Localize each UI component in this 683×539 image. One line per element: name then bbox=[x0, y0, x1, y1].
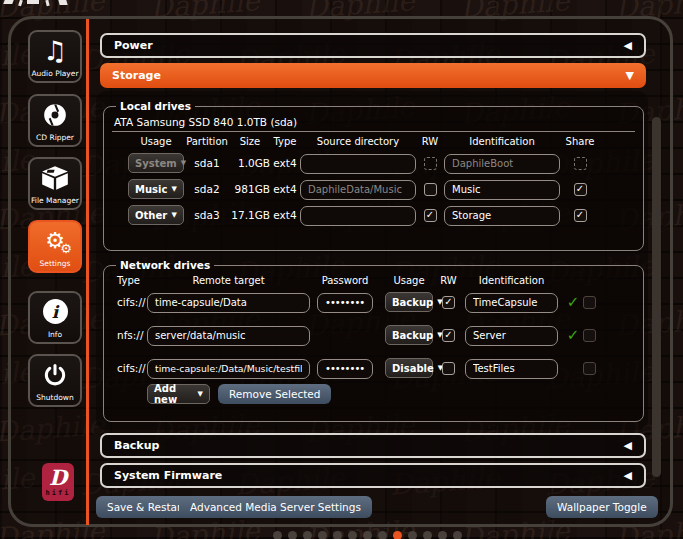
remote-target-input[interactable] bbox=[147, 293, 310, 313]
accordion-backup[interactable]: Backup ◀ bbox=[100, 433, 646, 458]
sidebar-item-label: Settings bbox=[40, 259, 71, 268]
local-drive-row: System▼ sda1 1.0GB ext4 bbox=[112, 153, 635, 173]
remote-target-input[interactable] bbox=[147, 326, 310, 346]
pager-dot[interactable] bbox=[408, 531, 417, 539]
pager-dot[interactable] bbox=[333, 531, 342, 539]
identification-input[interactable] bbox=[465, 359, 558, 379]
accordion-storage[interactable]: Storage ▼ bbox=[100, 63, 646, 88]
pager-dot[interactable] bbox=[288, 531, 297, 539]
size-value: 981GB bbox=[230, 183, 270, 195]
chevron-down-icon: ▼ bbox=[626, 70, 634, 81]
select-row-checkbox[interactable] bbox=[583, 362, 596, 375]
scrollbar-thumb[interactable] bbox=[652, 117, 661, 477]
box-icon bbox=[41, 159, 69, 196]
col-rw: RW bbox=[416, 136, 444, 147]
identification-input[interactable] bbox=[465, 293, 558, 313]
password-input[interactable] bbox=[317, 293, 373, 313]
col-rw: RW bbox=[442, 275, 455, 286]
network-drive-row: nfs:// Backup▼ ✓ ✓ bbox=[112, 325, 635, 345]
col-source-directory: Source directory bbox=[300, 136, 416, 147]
select-row-checkbox[interactable] bbox=[583, 329, 596, 342]
pager-dot[interactable] bbox=[393, 531, 402, 539]
identification-input[interactable] bbox=[465, 326, 558, 346]
sidebar-item-cd-ripper[interactable]: CD Ripper bbox=[28, 94, 82, 147]
advanced-media-server-settings-button[interactable]: Advanced Media Server Settings bbox=[179, 496, 372, 518]
pager-dots[interactable] bbox=[273, 531, 462, 539]
sidebar-item-settings[interactable]: ⚙ ⚙ Settings bbox=[28, 220, 82, 273]
rw-checkbox[interactable] bbox=[424, 157, 437, 170]
sidebar-item-label: File Manager bbox=[31, 196, 79, 205]
pager-dot[interactable] bbox=[318, 531, 327, 539]
rw-checkbox[interactable]: ✓ bbox=[442, 296, 455, 309]
device-title: ATA Samsung SSD 840 1.0TB (sda) bbox=[114, 116, 633, 128]
accordion-label: System Firmware bbox=[114, 469, 222, 482]
protocol-value: cifs:// bbox=[117, 362, 147, 374]
pager-dot[interactable] bbox=[348, 531, 357, 539]
usage-select[interactable]: System▼ bbox=[128, 153, 184, 173]
sidebar-item-audio-player[interactable]: ♫ Audio Player bbox=[28, 30, 82, 83]
pager-dot[interactable] bbox=[273, 531, 282, 539]
share-checkbox[interactable]: ✓ bbox=[574, 183, 587, 196]
network-drive-row: cifs:// Backup▼ ✓ ✓ bbox=[112, 292, 635, 312]
wallpaper-toggle-button[interactable]: Wallpaper Toggle bbox=[546, 496, 658, 518]
pager-dot[interactable] bbox=[363, 531, 372, 539]
remote-target-input[interactable] bbox=[147, 359, 310, 379]
rw-checkbox[interactable]: ✓ bbox=[424, 209, 437, 222]
pager-dot[interactable] bbox=[378, 531, 387, 539]
accordion-system-firmware[interactable]: System Firmware ◀ bbox=[100, 463, 646, 488]
chevron-left-icon: ◀ bbox=[624, 40, 632, 51]
sidebar-item-label: CD Ripper bbox=[36, 133, 74, 142]
pager-dot[interactable] bbox=[303, 531, 312, 539]
network-drives-group: Network drives Type Remote target Passwo… bbox=[103, 259, 644, 422]
size-value: 1.0GB bbox=[230, 157, 270, 169]
col-identification: Identification bbox=[444, 136, 560, 147]
local-drives-group: Local drives ATA Samsung SSD 840 1.0TB (… bbox=[103, 100, 644, 251]
col-identification: Identification bbox=[465, 275, 558, 286]
usage-select[interactable]: Backup▼ bbox=[385, 325, 433, 345]
local-drive-row: Other▼ sda3 17.1GB ext4 ✓ ✓ bbox=[112, 205, 635, 225]
partition-value: sda3 bbox=[184, 209, 230, 221]
select-row-checkbox[interactable] bbox=[583, 296, 596, 309]
protocol-value: nfs:// bbox=[117, 329, 147, 341]
chevron-down-icon: ▼ bbox=[172, 211, 177, 219]
share-checkbox[interactable]: ✓ bbox=[574, 209, 587, 222]
sidebar-item-file-manager[interactable]: File Manager bbox=[28, 157, 82, 210]
power-icon bbox=[42, 356, 68, 393]
usage-select[interactable]: Disable▼ bbox=[385, 358, 433, 378]
network-drives-legend: Network drives bbox=[116, 259, 214, 271]
usage-select[interactable]: Backup▼ bbox=[385, 292, 433, 312]
chevron-down-icon: ▼ bbox=[172, 185, 177, 193]
source-directory-input[interactable] bbox=[300, 180, 416, 200]
sidebar-item-shutdown[interactable]: Shutdown bbox=[28, 354, 82, 407]
pager-dot[interactable] bbox=[438, 531, 447, 539]
sidebar-item-label: Shutdown bbox=[36, 393, 73, 402]
identification-input[interactable] bbox=[444, 180, 560, 200]
sidebar-item-info[interactable]: i Info bbox=[28, 291, 82, 344]
source-directory-input[interactable] bbox=[300, 154, 416, 174]
rw-checkbox[interactable] bbox=[424, 183, 437, 196]
remove-selected-button[interactable]: Remove Selected bbox=[218, 384, 331, 404]
share-checkbox[interactable] bbox=[574, 157, 587, 170]
connected-check-icon: ✓ bbox=[566, 295, 580, 309]
local-drives-header-row: Usage Partition Size Type Source directo… bbox=[112, 136, 635, 147]
source-directory-input[interactable] bbox=[300, 206, 416, 226]
pager-dot[interactable] bbox=[453, 531, 462, 539]
chevron-left-icon: ◀ bbox=[624, 470, 632, 481]
password-input[interactable] bbox=[317, 359, 373, 379]
identification-input[interactable] bbox=[444, 206, 560, 226]
add-new-dropdown[interactable]: Add new▼ bbox=[147, 384, 210, 404]
size-value: 17.1GB bbox=[230, 209, 270, 221]
usage-select[interactable]: Music▼ bbox=[128, 179, 184, 199]
rw-checkbox[interactable]: ✓ bbox=[442, 329, 455, 342]
daphile-settings-screen: DaphileDaphileDaphileDaphileDaphileDaphi… bbox=[0, 0, 683, 539]
rw-checkbox[interactable] bbox=[442, 362, 455, 375]
identification-input[interactable] bbox=[444, 154, 560, 174]
accordion-label: Power bbox=[114, 39, 153, 52]
partition-value: sda2 bbox=[184, 183, 230, 195]
usage-select[interactable]: Other▼ bbox=[128, 205, 184, 225]
accordion-power[interactable]: Power ◀ bbox=[100, 33, 646, 58]
pager-dot[interactable] bbox=[423, 531, 432, 539]
sidebar-item-label: Info bbox=[48, 330, 62, 339]
network-drive-row: cifs:// Disable▼ bbox=[112, 358, 635, 378]
sidebar-item-label: Audio Player bbox=[31, 69, 78, 78]
